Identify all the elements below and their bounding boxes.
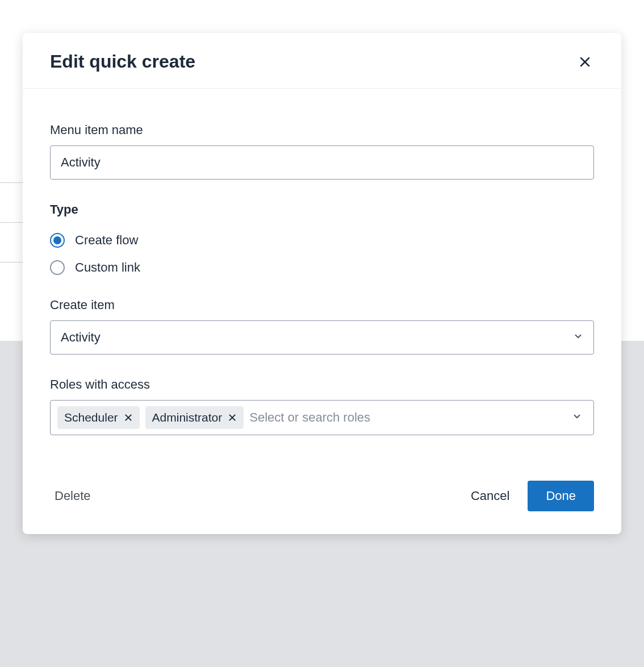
modal-title: Edit quick create xyxy=(50,51,195,72)
close-icon xyxy=(124,413,133,422)
role-tag-administrator: Administrator xyxy=(145,406,244,429)
radio-create-flow-label: Create flow xyxy=(75,233,138,248)
role-tag-scheduler: Scheduler xyxy=(57,406,140,429)
background-divider xyxy=(0,143,23,183)
create-item-select[interactable]: Activity xyxy=(50,320,594,355)
menu-item-name-input[interactable] xyxy=(50,145,594,180)
create-item-label: Create item xyxy=(50,298,594,312)
create-item-group: Create item Activity xyxy=(50,298,594,355)
close-icon xyxy=(228,413,237,422)
chevron-down-icon xyxy=(572,411,587,424)
radio-custom-link[interactable]: Custom link xyxy=(50,260,594,275)
close-icon xyxy=(578,55,592,69)
close-button[interactable] xyxy=(576,53,594,71)
done-button[interactable]: Done xyxy=(528,481,594,511)
radio-dot-icon xyxy=(53,236,61,244)
edit-quick-create-modal: Edit quick create Menu item name Type Cr… xyxy=(23,33,621,534)
chevron-down-icon xyxy=(573,330,583,345)
type-group: Type Create flow Custom link xyxy=(50,202,594,275)
background-divider xyxy=(0,183,23,223)
radio-custom-link-label: Custom link xyxy=(75,260,140,275)
type-radio-group: Create flow Custom link xyxy=(50,233,594,275)
role-tag-label: Administrator xyxy=(152,411,223,424)
delete-button[interactable]: Delete xyxy=(50,481,95,511)
modal-header: Edit quick create xyxy=(23,33,621,89)
modal-footer: Delete Cancel Done xyxy=(23,481,621,534)
roles-placeholder: Select or search roles xyxy=(249,410,566,425)
roles-with-access-label: Roles with access xyxy=(50,377,594,392)
type-label: Type xyxy=(50,202,594,217)
remove-tag-button[interactable] xyxy=(124,413,133,422)
modal-body: Menu item name Type Create flow Custom l… xyxy=(23,89,621,458)
create-item-value: Activity xyxy=(61,330,101,345)
cancel-button[interactable]: Cancel xyxy=(457,481,523,511)
menu-item-name-group: Menu item name xyxy=(50,123,594,180)
role-tag-label: Scheduler xyxy=(64,411,118,424)
menu-item-name-label: Menu item name xyxy=(50,123,594,137)
roles-multi-select[interactable]: Scheduler Administrator xyxy=(50,400,594,435)
radio-circle-icon xyxy=(50,260,65,275)
radio-create-flow[interactable]: Create flow xyxy=(50,233,594,248)
roles-with-access-group: Roles with access Scheduler Administrato… xyxy=(50,377,594,435)
radio-circle-icon xyxy=(50,233,65,248)
background-divider xyxy=(0,223,23,262)
remove-tag-button[interactable] xyxy=(228,413,237,422)
